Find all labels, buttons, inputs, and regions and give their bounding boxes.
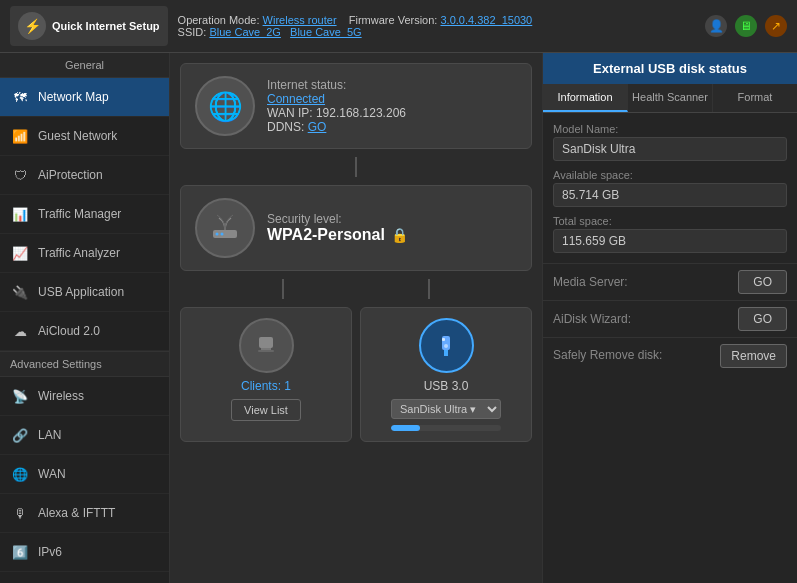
connected-link[interactable]: Connected	[267, 92, 325, 106]
firmware-link[interactable]: 3.0.0.4.382_15030	[440, 14, 532, 26]
aidisk-go-button[interactable]: GO	[738, 307, 787, 331]
sidebar-item-traffic-manager[interactable]: 📊 Traffic Manager	[0, 195, 169, 234]
sidebar-item-wan[interactable]: 🌐 WAN	[0, 455, 169, 494]
usb-disk-select[interactable]: SanDisk Ultra ▾	[391, 399, 501, 419]
available-space-row: Available space: 85.714 GB	[553, 169, 787, 207]
clients-text: Clients:	[241, 379, 281, 393]
clients-label: Clients: 1	[241, 379, 291, 393]
network-map-icon: 🗺	[10, 87, 30, 107]
usb-info-table: Model Name: SanDisk Ultra Available spac…	[543, 113, 797, 263]
sidebar-item-lan[interactable]: 🔗 LAN	[0, 416, 169, 455]
usb-label: USB 3.0	[424, 379, 469, 393]
sidebar-item-alexa[interactable]: 🎙 Alexa & IFTTT	[0, 494, 169, 533]
aidisk-row: AiDisk Wizard: GO	[543, 300, 797, 337]
sidebar-item-traffic-analyzer[interactable]: 📈 Traffic Analyzer	[0, 234, 169, 273]
usb-panel: External USB disk status Information Hea…	[542, 53, 797, 583]
sidebar: General 🗺 Network Map 📶 Guest Network 🛡 …	[0, 53, 170, 583]
sidebar-item-aiprotection[interactable]: 🛡 AiProtection	[0, 156, 169, 195]
tab-information[interactable]: Information	[543, 84, 628, 112]
aidisk-label: AiDisk Wizard:	[553, 312, 631, 326]
op-mode-link[interactable]: Wireless router	[263, 14, 337, 26]
op-mode-prefix: Operation Mode:	[178, 14, 260, 26]
quick-internet-setup[interactable]: ⚡ Quick Internet Setup	[10, 6, 168, 46]
lan-icon: 🔗	[10, 425, 30, 445]
safely-remove-button[interactable]: Remove	[720, 344, 787, 368]
wireless-icon: 📡	[10, 386, 30, 406]
clients-number: 1	[284, 379, 291, 393]
view-list-button[interactable]: View List	[231, 399, 301, 421]
advanced-settings-title: Advanced Settings	[0, 351, 169, 377]
security-level-label: Security level:	[267, 212, 517, 226]
sidebar-label-traffic-manager: Traffic Manager	[38, 207, 121, 221]
svg-rect-5	[258, 350, 274, 352]
setup-label: Quick Internet Setup	[52, 20, 160, 32]
sidebar-label-alexa: Alexa & IFTTT	[38, 506, 115, 520]
sidebar-item-usb-application[interactable]: 🔌 USB Application	[0, 273, 169, 312]
internet-card: 🌐 Internet status: Connected WAN IP: 192…	[180, 63, 532, 149]
svg-rect-3	[259, 337, 273, 348]
aiprotection-icon: 🛡	[10, 165, 30, 185]
connector-internet-router	[355, 157, 357, 177]
sidebar-label-aicloud: AiCloud 2.0	[38, 324, 100, 338]
safely-remove-row: Safely Remove disk: Remove	[543, 337, 797, 374]
sidebar-item-aicloud[interactable]: ☁ AiCloud 2.0	[0, 312, 169, 351]
usb-icon	[419, 318, 474, 373]
connector-router-usb	[428, 279, 430, 299]
setup-icon: ⚡	[18, 12, 46, 40]
media-server-row: Media Server: GO	[543, 263, 797, 300]
sidebar-item-guest-network[interactable]: 📶 Guest Network	[0, 117, 169, 156]
alexa-icon: 🎙	[10, 503, 30, 523]
ddns-label: DDNS:	[267, 120, 304, 134]
available-space-value: 85.714 GB	[553, 183, 787, 207]
share-icon[interactable]: ↗	[765, 15, 787, 37]
sidebar-label-guest-network: Guest Network	[38, 129, 117, 143]
router-icon	[195, 198, 255, 258]
general-section-title: General	[0, 53, 169, 78]
main-layout: General 🗺 Network Map 📶 Guest Network 🛡 …	[0, 53, 797, 583]
bottom-cards: Clients: 1 View List	[180, 307, 532, 442]
ddns-go-link[interactable]: GO	[308, 120, 327, 134]
ssid2-link[interactable]: Blue Cave_5G	[290, 26, 362, 38]
traffic-analyzer-icon: 📈	[10, 243, 30, 263]
traffic-manager-icon: 📊	[10, 204, 30, 224]
svg-point-1	[216, 233, 219, 236]
sidebar-label-ipv6: IPv6	[38, 545, 62, 559]
content-area: 🌐 Internet status: Connected WAN IP: 192…	[170, 53, 797, 583]
monitor-icon[interactable]: 🖥	[735, 15, 757, 37]
usb-panel-tabs: Information Health Scanner Format	[543, 84, 797, 113]
router-card: Security level: WPA2-Personal 🔒	[180, 185, 532, 271]
usb-progress-bar-container	[391, 425, 501, 431]
top-bar-info: Operation Mode: Wireless router Firmware…	[178, 14, 695, 38]
tab-format[interactable]: Format	[713, 84, 797, 112]
ddns-row: DDNS: GO	[267, 120, 517, 134]
internet-icon: 🌐	[195, 76, 255, 136]
tab-health-scanner[interactable]: Health Scanner	[628, 84, 713, 112]
internet-status-label: Internet status:	[267, 78, 517, 92]
total-space-value: 115.659 GB	[553, 229, 787, 253]
model-name-row: Model Name: SanDisk Ultra	[553, 123, 787, 161]
aicloud-icon: ☁	[10, 321, 30, 341]
safely-remove-label: Safely Remove disk:	[553, 348, 662, 364]
sidebar-item-network-map[interactable]: 🗺 Network Map	[0, 78, 169, 117]
router-info: Security level: WPA2-Personal 🔒	[267, 212, 517, 244]
clients-icon	[239, 318, 294, 373]
firmware-prefix: Firmware Version:	[349, 14, 438, 26]
guest-network-icon: 📶	[10, 126, 30, 146]
sidebar-item-ipv6[interactable]: 6️⃣ IPv6	[0, 533, 169, 572]
user-icon[interactable]: 👤	[705, 15, 727, 37]
model-name-value: SanDisk Ultra	[553, 137, 787, 161]
model-name-label: Model Name:	[553, 123, 787, 135]
usb-application-icon: 🔌	[10, 282, 30, 302]
media-server-go-button[interactable]: GO	[738, 270, 787, 294]
security-value: WPA2-Personal	[267, 226, 385, 244]
wan-icon: 🌐	[10, 464, 30, 484]
top-bar-icons: 👤 🖥 ↗	[705, 15, 787, 37]
network-map-view: 🌐 Internet status: Connected WAN IP: 192…	[170, 53, 542, 583]
usb-card: USB 3.0 SanDisk Ultra ▾	[360, 307, 532, 442]
total-space-label: Total space:	[553, 215, 787, 227]
clients-card: Clients: 1 View List	[180, 307, 352, 442]
top-bar: ⚡ Quick Internet Setup Operation Mode: W…	[0, 0, 797, 53]
svg-point-9	[444, 344, 448, 348]
sidebar-item-wireless[interactable]: 📡 Wireless	[0, 377, 169, 416]
ssid1-link[interactable]: Blue Cave_2G	[209, 26, 281, 38]
